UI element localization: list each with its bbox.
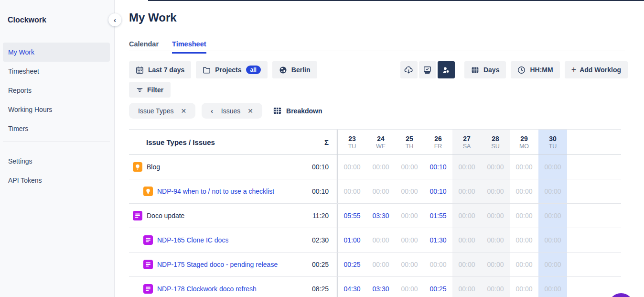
timesheet-cell[interactable]: 00:00 [538,204,567,228]
timesheet-cell[interactable]: 00:00 [538,179,567,203]
issue-link[interactable]: NDP-94 when to / not to use a checklist [157,187,274,195]
timesheet-cell[interactable]: 00:00 [395,277,424,297]
issue-link[interactable]: NDP-165 Clone IC docs [157,236,228,244]
timesheet-cell[interactable]: 04:30 [338,277,366,297]
timesheet-cell[interactable]: 00:00 [452,204,481,228]
sum-column-header: Σ [324,138,329,146]
timesheet-cell[interactable]: 00:00 [538,155,567,179]
timesheet-cell[interactable]: 00:00 [338,179,366,203]
close-icon[interactable]: ✕ [181,107,186,115]
close-icon[interactable]: ✕ [247,107,253,115]
sidebar-collapse-button[interactable]: ‹ [108,13,121,26]
issue-link[interactable]: NDP-175 Staged doco - pending release [157,261,278,268]
timesheet-cell[interactable]: 00:00 [395,179,424,203]
table-row[interactable]: NDP-175 Staged doco - pending release 00… [129,253,621,277]
timesheet-cell[interactable]: 05:55 [338,204,366,228]
breakdown-toggle[interactable]: Breakdown [273,106,322,115]
sidebar-item-reports[interactable]: Reports [3,81,110,100]
timesheet-cell[interactable]: 00:00 [366,179,395,203]
timesheet-cell[interactable]: 00:00 [395,253,424,276]
timesheet-cell[interactable]: 00:00 [538,277,567,297]
timesheet-cell[interactable]: 00:00 [510,228,538,252]
monitor-view-button[interactable] [419,61,436,78]
timesheet-cell[interactable]: 00:00 [452,155,481,179]
timesheet-cell[interactable]: 00:00 [395,155,424,179]
table-row[interactable]: Doco update 11:20 05:5503:3000:0001:5500… [129,204,621,228]
group-by-days-button[interactable]: Days [464,61,506,78]
timesheet-cell[interactable]: 00:10 [424,179,452,203]
table-header-row: Issue Types / Issues Σ 23 TU 24 WE 25 TH… [129,129,621,155]
time-format-button[interactable]: HH:MM [511,61,559,78]
timesheet-cell[interactable]: 00:00 [481,253,510,276]
day-number: 27 [463,135,471,143]
table-row[interactable]: NDP-178 Clockwork doco refresh 08:25 04:… [129,277,621,297]
timesheet-cell[interactable]: 00:00 [510,277,538,297]
timesheet-cell[interactable]: 01:55 [424,204,452,228]
timesheet-cell[interactable]: 03:30 [366,204,395,228]
table-row[interactable]: Blog 00:10 00:0000:0000:0000:1000:0000:0… [129,155,621,179]
timesheet-cell[interactable]: 00:00 [366,228,395,252]
timesheet-cell[interactable]: 01:00 [338,228,366,252]
timesheet-cell[interactable]: 00:00 [424,253,452,276]
timesheet-cell[interactable]: 00:00 [510,253,538,276]
table-row[interactable]: NDP-94 when to / not to use a checklist … [129,179,621,204]
timesheet-cell[interactable]: 00:10 [424,155,452,179]
timesheet-cell[interactable]: 00:00 [538,253,567,276]
timesheet-cell[interactable]: 00:00 [481,204,510,228]
timesheet-cell[interactable]: 01:30 [424,228,452,252]
issue-link[interactable]: NDP-178 Clockwork doco refresh [157,285,257,293]
toolbar-left-group: Last 7 days Projects all [129,61,317,78]
timesheet-cell[interactable]: 00:00 [452,179,481,203]
timesheet-cell[interactable]: 00:00 [510,179,538,203]
export-button[interactable] [400,61,418,78]
chip-issue-types[interactable]: Issue Types ✕ [129,103,195,119]
day-number: 24 [377,135,385,143]
timesheet-cell[interactable]: 03:30 [366,277,395,297]
days-label: Days [483,66,499,74]
sidebar-item-timers[interactable]: Timers [3,119,110,138]
timesheet-cell[interactable]: 00:25 [338,253,366,276]
sidebar-item-settings[interactable]: Settings [3,152,110,171]
chip-issues[interactable]: ‹ Issues ✕ [202,103,262,119]
timesheet-cell[interactable]: 00:00 [452,228,481,252]
timesheet-cell[interactable]: 00:00 [452,253,481,276]
sidebar-item-timesheet[interactable]: Timesheet [3,62,110,81]
tab-calendar[interactable]: Calendar [129,40,159,54]
filter-label: Filter [147,86,163,94]
sidebar-item-my-work[interactable]: My Work [3,43,110,62]
tab-timesheet[interactable]: Timesheet [172,40,206,54]
timesheet-cell[interactable]: 00:00 [366,155,395,179]
date-range-button[interactable]: Last 7 days [129,61,191,78]
timesheet-cell[interactable]: 00:00 [481,228,510,252]
row-sum: 11:20 [312,212,329,220]
day-header-cell: 27 SA [452,130,481,154]
timesheet-cell[interactable]: 00:00 [452,277,481,297]
timesheet-cell[interactable]: 00:00 [510,204,538,228]
projects-button[interactable]: Projects all [196,61,268,78]
timesheet-cell[interactable]: 00:25 [424,277,452,297]
timesheet-cell[interactable]: 00:00 [366,253,395,276]
timesheet-cell[interactable]: 00:00 [481,179,510,203]
calendar-icon [136,66,144,74]
timesheet-cell[interactable]: 00:00 [395,204,424,228]
user-view-button[interactable] [438,61,455,78]
timesheet-cell[interactable]: 00:00 [481,155,510,179]
table-row[interactable]: NDP-165 Clone IC docs 02:30 01:0000:0000… [129,228,621,253]
timesheet-cell[interactable]: 00:00 [510,155,538,179]
sidebar-divider [3,142,110,142]
timesheet-cell[interactable]: 00:00 [395,228,424,252]
sidebar-item-api-tokens[interactable]: API Tokens [3,171,110,190]
timesheet-cell[interactable]: 00:00 [538,228,567,252]
sidebar-item-working-hours[interactable]: Working Hours [3,100,110,119]
monitor-check-icon [423,66,432,75]
filter-button[interactable]: Filter [129,82,171,98]
timesheet-cell[interactable]: 00:00 [338,155,366,179]
toolbar-right-group: Days HH:MM + Add Worklog [400,61,628,78]
timezone-button[interactable]: Berlin [272,61,317,78]
add-worklog-button[interactable]: + Add Worklog [565,61,628,78]
day-number: 29 [520,135,528,143]
row-day-cells: 05:5503:3000:0001:5500:0000:0000:0000:00 [337,204,567,228]
chevron-left-icon[interactable]: ‹ [211,107,213,115]
timesheet-cell[interactable]: 00:00 [481,277,510,297]
time-format-label: HH:MM [530,66,553,74]
